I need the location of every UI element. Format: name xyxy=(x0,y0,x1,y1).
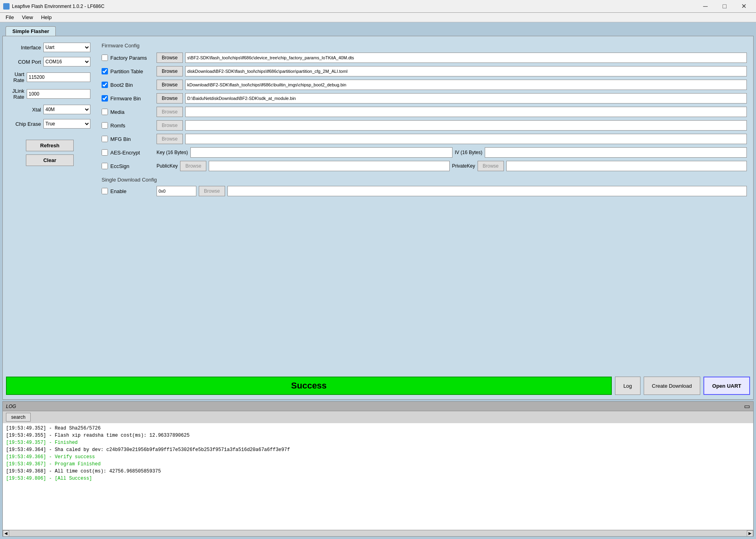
private-key-label: PrivateKey xyxy=(452,163,475,169)
partition-table-browse[interactable]: Browse xyxy=(157,66,183,76)
ecc-private-key-input[interactable] xyxy=(506,161,747,171)
romfs-checkbox[interactable] xyxy=(102,122,108,129)
single-download-path-input[interactable] xyxy=(227,186,747,196)
boot2-bin-path[interactable] xyxy=(185,80,747,90)
fw-row-media: Media Browse xyxy=(102,107,747,117)
log-line: [19:53:49.357] - Finished xyxy=(6,439,750,446)
aes-encrypt-row: AES-Encrypt Key (16 Bytes) IV (16 Bytes) xyxy=(102,147,747,158)
content-panel: Interface Uart JLink COM Port COM16 COM1… xyxy=(2,36,754,400)
single-download-enable-checkbox[interactable] xyxy=(102,188,108,194)
single-download-browse[interactable]: Browse xyxy=(199,186,225,196)
fw-row-factory-params: Factory Params Browse xyxy=(102,53,747,63)
menu-bar: File View Help xyxy=(0,13,756,22)
partition-table-checkbox[interactable] xyxy=(102,68,108,74)
interface-select[interactable]: Uart JLink xyxy=(43,43,90,52)
maximize-button[interactable]: □ xyxy=(715,0,734,13)
uart-rate-input[interactable] xyxy=(27,72,90,82)
log-line: [19:53:49.367] - Program Finished xyxy=(6,461,750,468)
aes-iv-input[interactable] xyxy=(485,147,747,158)
menu-help[interactable]: Help xyxy=(37,14,56,21)
aes-encrypt-label: AES-Encrypt xyxy=(110,150,154,156)
log-line: [19:53:49.368] - All time cost(ms): 4275… xyxy=(6,468,750,475)
refresh-button[interactable]: Refresh xyxy=(26,140,74,151)
boot2-bin-checkbox[interactable] xyxy=(102,82,108,88)
title-bar-text: Leapfive Flash Environment 1.0.2 - LF686… xyxy=(12,4,696,9)
log-line: [19:53:49.366] - Verify success xyxy=(6,453,750,461)
jlink-rate-row: JLink Rate xyxy=(9,88,90,100)
log-line: [19:53:49.806] - [All Success] xyxy=(6,475,750,482)
ecc-private-key-browse[interactable]: Browse xyxy=(478,161,504,171)
log-section: LOG ▭ search [19:53:49.352] - Read Sha25… xyxy=(2,401,754,537)
interface-label: Interface xyxy=(9,45,41,51)
romfs-browse[interactable]: Browse xyxy=(157,120,183,131)
mfg-bin-label: MFG Bin xyxy=(110,136,154,142)
close-button[interactable]: ✕ xyxy=(734,0,753,13)
search-button[interactable]: search xyxy=(6,413,31,422)
fw-row-partition-table: Partition Table Browse xyxy=(102,66,747,76)
comport-row: COM Port COM16 COM1 COM2 xyxy=(9,57,90,66)
aes-key-input[interactable] xyxy=(190,147,452,158)
right-panel: Firmware Config Factory Params Browse Pa… xyxy=(98,39,750,372)
media-checkbox[interactable] xyxy=(102,109,108,115)
clear-button[interactable]: Clear xyxy=(26,154,74,166)
ecc-sign-checkbox[interactable] xyxy=(102,163,108,169)
scroll-right-arrow[interactable]: ▶ xyxy=(747,530,753,537)
single-download-row: Enable Browse xyxy=(102,186,747,196)
firmware-bin-path[interactable] xyxy=(185,93,747,104)
log-content: [19:53:49.352] - Read Sha256/5726[19:53:… xyxy=(3,423,753,530)
media-path[interactable] xyxy=(185,107,747,117)
factory-params-label: Factory Params xyxy=(110,55,154,61)
open-uart-button[interactable]: Open UART xyxy=(703,377,750,395)
factory-params-path[interactable] xyxy=(185,53,747,63)
xtal-select[interactable]: 40M 32M 24M xyxy=(43,105,90,114)
upper-section: Interface Uart JLink COM Port COM16 COM1… xyxy=(6,39,750,372)
xtal-label: Xtal xyxy=(9,107,41,113)
log-button[interactable]: Log xyxy=(615,377,640,395)
tab-simple-flasher[interactable]: Simple Flasher xyxy=(6,26,56,36)
log-line: [19:53:49.364] - Sha caled by dev: c24b9… xyxy=(6,446,750,453)
aes-encrypt-checkbox[interactable] xyxy=(102,149,108,156)
bottom-bar: Success Log Create Download Open UART xyxy=(6,375,750,396)
create-download-button[interactable]: Create Download xyxy=(644,377,700,395)
chip-erase-select[interactable]: True False xyxy=(43,119,90,129)
ecc-public-key-input[interactable] xyxy=(209,161,449,171)
romfs-path[interactable] xyxy=(185,120,747,131)
mfg-bin-checkbox[interactable] xyxy=(102,136,108,142)
mfg-bin-browse[interactable]: Browse xyxy=(157,134,183,144)
mfg-bin-path[interactable] xyxy=(185,134,747,144)
ecc-public-key-browse[interactable]: Browse xyxy=(180,161,206,171)
jlink-rate-label: JLink Rate xyxy=(9,88,24,100)
factory-params-checkbox[interactable] xyxy=(102,55,108,61)
chip-erase-label: Chip Erase xyxy=(9,121,41,127)
app-icon xyxy=(3,3,10,10)
partition-table-path[interactable] xyxy=(185,66,747,76)
menu-view[interactable]: View xyxy=(18,14,37,21)
fw-row-romfs: Romfs Browse xyxy=(102,120,747,131)
log-restore-button[interactable]: ▭ xyxy=(744,402,750,410)
left-panel: Interface Uart JLink COM Port COM16 COM1… xyxy=(6,39,94,372)
boot2-bin-browse[interactable]: Browse xyxy=(157,80,183,90)
single-download-address-input[interactable] xyxy=(157,186,196,196)
scroll-left-arrow[interactable]: ◀ xyxy=(3,530,9,537)
success-button[interactable]: Success xyxy=(6,377,612,395)
media-label: Media xyxy=(110,109,154,115)
media-browse[interactable]: Browse xyxy=(157,107,183,117)
log-title: LOG xyxy=(6,404,16,409)
chip-erase-row: Chip Erase True False xyxy=(9,119,90,129)
public-key-label: PublicKey xyxy=(157,163,178,169)
menu-file[interactable]: File xyxy=(2,14,18,21)
uart-rate-label: Uart Rate xyxy=(9,71,24,83)
firmware-bin-label: Firmware Bin xyxy=(110,96,154,102)
factory-params-browse[interactable]: Browse xyxy=(157,53,183,63)
interface-row: Interface Uart JLink xyxy=(9,43,90,52)
ecc-sign-label: EccSign xyxy=(110,163,154,169)
log-line: [19:53:49.352] - Read Sha256/5726 xyxy=(6,425,750,432)
jlink-rate-input[interactable] xyxy=(27,89,90,99)
fw-row-boot2-bin: Boot2 Bin Browse xyxy=(102,80,747,90)
comport-select[interactable]: COM16 COM1 COM2 xyxy=(43,57,90,66)
firmware-bin-checkbox[interactable] xyxy=(102,95,108,102)
comport-label: COM Port xyxy=(9,59,41,65)
fw-row-mfg-bin: MFG Bin Browse xyxy=(102,134,747,144)
firmware-bin-browse[interactable]: Browse xyxy=(157,93,183,104)
minimize-button[interactable]: ─ xyxy=(696,0,715,13)
